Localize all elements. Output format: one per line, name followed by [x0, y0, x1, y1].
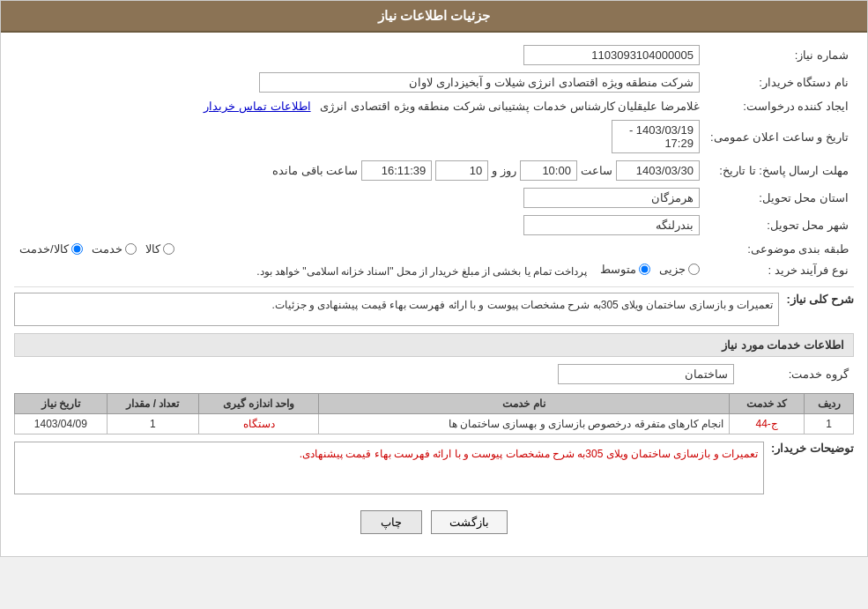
shomara-niaz-label: شماره نیاز: — [705, 41, 854, 69]
ostan-label: استان محل تحویل: — [705, 184, 854, 212]
radio-jozi[interactable]: جزیی — [659, 263, 700, 276]
radio-khadamat[interactable]: خدمت — [92, 242, 137, 256]
col-tedad: تعداد / مقدار — [107, 394, 199, 414]
tabaghebandi-label: طبقه بندی موضوعی: — [705, 239, 854, 259]
col-name: نام خدمت — [318, 394, 729, 414]
tarikh-elan-value: 1403/03/19 - 17:29 — [612, 120, 700, 153]
nam-dastgah-label: نام دستگاه خریدار: — [705, 69, 854, 96]
radio-kala-khadamat-label: کالا/خدمت — [19, 242, 69, 256]
bottom-buttons: بازگشت چاپ — [14, 501, 854, 547]
radio-kala[interactable]: کالا — [145, 242, 174, 256]
mohlat-saat: 10:00 — [520, 160, 577, 181]
radio-motavaset[interactable]: متوسط — [600, 263, 650, 276]
shahr-label: شهر محل تحویل: — [705, 212, 854, 239]
shahr-value: بندرلنگه — [523, 215, 700, 235]
ijad-konande-label: ایجاد کننده درخواست: — [705, 96, 854, 116]
tarikh-elan-label: تاریخ و ساعت اعلان عمومی: — [705, 116, 854, 157]
col-code: کد خدمت — [730, 394, 805, 414]
contact-link[interactable]: اطلاعات تماس خریدار — [204, 100, 310, 113]
farayand-note: پرداخت تمام یا بخشی از مبلغ خریدار از مح… — [256, 265, 587, 278]
col-unit: واحد اندازه گیری — [199, 394, 319, 414]
radio-kala-input[interactable] — [163, 243, 174, 255]
page-title: جزئیات اطلاعات نیاز — [1, 1, 867, 33]
radio-jozi-input[interactable] — [688, 264, 700, 275]
col-tarikh: تاریخ نیاز — [15, 394, 108, 414]
sharh-label: شرح کلی نیاز: — [786, 293, 854, 306]
gorohe-khadamat-value: ساختمان — [558, 364, 734, 384]
radio-khadamat-label: خدمت — [92, 242, 122, 256]
mohlat-rooz-label: روز و — [492, 164, 516, 177]
cell-tedad: 1 — [107, 414, 199, 434]
mohlat-saat-mande: 16:11:39 — [361, 160, 432, 181]
cell-code: ج-44 — [730, 414, 805, 434]
ijad-konande-value: غلامرضا علیقلیان کارشناس خدمات پشتیبانی … — [320, 100, 700, 113]
shomara-niaz-value: 1103093104000005 — [523, 45, 700, 65]
radio-jozi-label: جزیی — [659, 263, 686, 276]
table-row: 1 ج-44 انجام کارهای متفرقه درخصوص بازساز… — [15, 414, 854, 434]
radio-motavaset-label: متوسط — [600, 263, 636, 276]
mohlat-rooz: 10 — [435, 160, 488, 181]
gorohe-khadamat-label: گروه خدمت: — [739, 360, 854, 388]
radio-kala-khadamat-input[interactable] — [71, 243, 83, 255]
nam-dastgah-value: شرکت منطقه ویژه اقتصادی انرژی شیلات و آب… — [259, 72, 700, 93]
radio-khadamat-input[interactable] — [125, 243, 137, 255]
ostan-value: هرمزگان — [523, 188, 700, 208]
services-section-title: اطلاعات خدمات مورد نیاز — [14, 333, 854, 357]
mohlat-label: مهلت ارسال پاسخ: تا تاریخ: — [705, 157, 854, 184]
back-button[interactable]: بازگشت — [431, 510, 508, 534]
services-table: ردیف کد خدمت نام خدمت واحد اندازه گیری ت… — [14, 393, 854, 434]
farayand-label: نوع فرآیند خرید : — [705, 259, 854, 281]
cell-radif: 1 — [805, 414, 854, 434]
cell-tarikh: 1403/04/09 — [15, 414, 108, 434]
radio-motavaset-input[interactable] — [639, 264, 650, 275]
cell-name: انجام کارهای متفرقه درخصوص بازسازی و بهس… — [318, 414, 729, 434]
print-button[interactable]: چاپ — [360, 510, 422, 534]
mohlat-saat-label: ساعت — [581, 164, 612, 177]
buyer-notes-value: تعمیرات و بازسازی ساختمان ویلای 305به شر… — [14, 442, 764, 494]
mohlat-saat-mande-label: ساعت باقی مانده — [272, 164, 358, 177]
buyer-notes-label: توضیحات خریدار: — [771, 442, 854, 455]
sharh-value: تعمیرات و بازسازی ساختمان ویلای 305به شر… — [14, 293, 779, 326]
radio-kala-khadamat[interactable]: کالا/خدمت — [19, 242, 83, 256]
radio-kala-label: کالا — [145, 242, 160, 256]
col-radif: ردیف — [805, 394, 854, 414]
mohlat-date: 1403/03/30 — [616, 160, 700, 181]
cell-unit: دستگاه — [199, 414, 319, 434]
